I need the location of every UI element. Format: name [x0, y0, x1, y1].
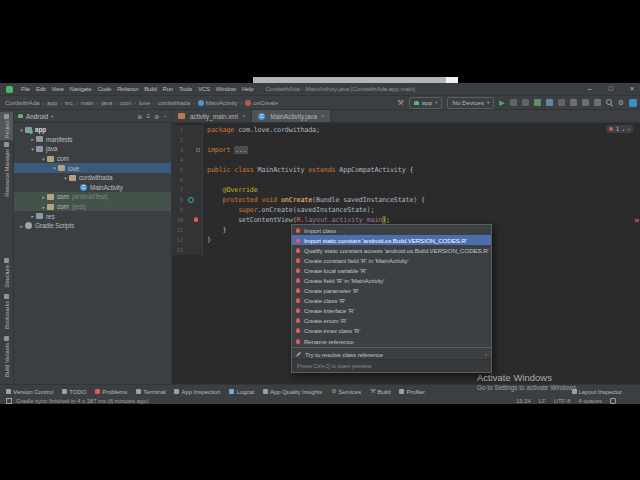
run-configuration[interactable]: app▾: [409, 97, 443, 109]
close-button[interactable]: ×: [630, 83, 634, 95]
tab-mainactivity-java[interactable]: CMainActivity.java×: [252, 110, 331, 122]
tool-window-button-version-control[interactable]: Version Control: [6, 388, 53, 395]
inspection-widget[interactable]: 1 ▴ ▾: [606, 125, 633, 133]
error-stripe-mark[interactable]: [635, 219, 639, 222]
settings-icon[interactable]: ⚙: [154, 113, 159, 120]
build-hammer-icon[interactable]: ⚒: [398, 99, 404, 107]
tab-activity-main-xml[interactable]: activity_main.xml×: [172, 110, 252, 122]
stripe-item-project[interactable]: Project: [0, 112, 13, 140]
search-everywhere-icon[interactable]: [606, 99, 613, 106]
breadcrumb-item-cordwithada[interactable]: cordwithada: [158, 99, 190, 106]
close-tab-icon[interactable]: ×: [242, 113, 246, 119]
menu-run[interactable]: Run: [162, 86, 174, 92]
status-segment-4-spaces[interactable]: 4 spaces: [578, 398, 602, 404]
tool-window-button-app-inspection[interactable]: App Inspection: [174, 388, 220, 395]
tree-item-mainactivity[interactable]: CMainActivity: [14, 183, 171, 193]
previous-error-icon[interactable]: ▴: [622, 127, 625, 132]
tool-window-button-logcat[interactable]: Logcat: [229, 388, 254, 395]
error-lightbulb-icon[interactable]: [194, 217, 198, 222]
tree-item-cordwithada[interactable]: ▾cordwithada: [14, 173, 171, 183]
tool-window-button-layout-inspector[interactable]: Layout Inspector: [572, 388, 622, 395]
fold-marker-icon[interactable]: [196, 148, 200, 152]
menu-refactor[interactable]: Refactor: [116, 86, 139, 92]
tool-window-button-app-quality-insights[interactable]: App Quality Insights: [263, 388, 322, 395]
tree-item-love[interactable]: ▾love: [14, 163, 171, 173]
popup-item-try-to-resolve-class-reference[interactable]: Try to resolve class reference›: [292, 349, 491, 359]
stripe-item-build-variants[interactable]: Build Variants: [0, 334, 13, 379]
expand-chevron-icon[interactable]: ▸: [40, 204, 47, 210]
expand-chevron-icon[interactable]: ▾: [40, 156, 47, 162]
expand-chevron-icon[interactable]: ▸: [29, 213, 36, 219]
breadcrumb-item-oncreate[interactable]: onCreate: [245, 99, 278, 106]
sdk-manager-icon[interactable]: [594, 99, 601, 106]
popup-item-create-constant-field-r-in-mainactivity-[interactable]: Create constant field 'R' in 'MainActivi…: [292, 255, 491, 265]
breadcrumb-item-src[interactable]: src: [65, 99, 73, 106]
menu-window[interactable]: Window: [215, 86, 237, 92]
tree-item-com[interactable]: ▾com: [14, 154, 171, 164]
tool-window-button-services[interactable]: ⚙Services: [331, 388, 361, 395]
expand-chevron-icon[interactable]: ▾: [51, 165, 58, 171]
locate-icon[interactable]: ⊕: [137, 113, 142, 120]
menu-build[interactable]: Build: [143, 86, 157, 92]
stripe-item-bookmarks[interactable]: Bookmarks: [0, 292, 13, 331]
popup-item-create-local-variable-r-[interactable]: Create local variable 'R': [292, 265, 491, 275]
tool-window-button-profiler[interactable]: Profiler: [399, 388, 425, 395]
stop-icon[interactable]: [558, 99, 565, 106]
breadcrumb-item-com[interactable]: com: [120, 99, 131, 106]
popup-item-create-interface-r-[interactable]: Create interface 'R': [292, 306, 491, 316]
popup-item-qualify-static-constant-access-android-os-build-version-codes-r-[interactable]: Qualify static constant access 'android.…: [292, 245, 491, 255]
breadcrumb-item-java[interactable]: java: [101, 99, 112, 106]
run-icon[interactable]: ▶: [499, 99, 504, 107]
menu-help[interactable]: Help: [241, 86, 255, 92]
tool-window-button-build[interactable]: ⚒Build: [370, 388, 390, 395]
breadcrumb-item-main[interactable]: main: [81, 99, 94, 106]
minimize-button[interactable]: –: [588, 83, 592, 95]
profile-icon[interactable]: [546, 99, 553, 106]
menu-edit[interactable]: Edit: [35, 86, 47, 92]
popup-item-create-enum-r-[interactable]: Create enum 'R': [292, 316, 491, 326]
tree-item-com-androidtest-[interactable]: ▸com(androidTest): [14, 192, 171, 202]
device-manager-icon[interactable]: [570, 99, 577, 106]
sync-project-icon[interactable]: [582, 99, 589, 106]
tool-window-button-todo[interactable]: TODO: [62, 388, 86, 395]
debug-icon[interactable]: [534, 99, 541, 106]
override-marker-icon[interactable]: [188, 197, 194, 203]
popup-item-create-field-r-in-mainactivity-[interactable]: Create field 'R' in 'MainActivity': [292, 275, 491, 285]
collapse-all-icon[interactable]: Ξ: [146, 113, 150, 120]
breadcrumb-item-app[interactable]: app: [47, 99, 57, 106]
tree-item-gradle-scripts[interactable]: ▸Gradle Scripts: [14, 221, 171, 231]
project-view-selector[interactable]: Android: [26, 113, 48, 120]
device-selector[interactable]: No Devices▾: [447, 97, 494, 109]
stripe-item-structure[interactable]: Structure: [0, 256, 13, 290]
tool-window-button-problems[interactable]: Problems: [95, 388, 127, 395]
menu-tools[interactable]: Tools: [178, 86, 193, 92]
menu-navigate[interactable]: Navigate: [69, 86, 93, 92]
breadcrumb-item-love[interactable]: love: [139, 99, 150, 106]
status-segment-15-24[interactable]: 15:24: [516, 398, 531, 404]
popup-item-rename-reference[interactable]: Rename reference: [292, 336, 491, 346]
popup-item-create-parameter-r-[interactable]: Create parameter 'R': [292, 286, 491, 296]
menu-view[interactable]: View: [50, 86, 64, 92]
status-segment-utf-8[interactable]: UTF-8: [554, 398, 571, 404]
popup-item-create-inner-class-r-[interactable]: Create inner class 'R': [292, 326, 491, 336]
tree-item-manifests[interactable]: ▸manifests: [14, 135, 171, 145]
expand-chevron-icon[interactable]: ▸: [29, 136, 36, 142]
tree-item-com-test-[interactable]: ▸com(test): [14, 202, 171, 212]
tree-item-app[interactable]: ▾app: [14, 125, 171, 135]
hide-icon[interactable]: −: [163, 113, 167, 120]
notifications-icon[interactable]: [629, 99, 637, 107]
tool-window-button-terminal[interactable]: Terminal: [136, 388, 165, 395]
menu-vcs[interactable]: VCS: [197, 86, 211, 92]
stripe-item-resource-manager[interactable]: Resource Manager: [0, 140, 13, 199]
breadcrumb-item-mainactivity[interactable]: MainActivity: [198, 99, 238, 106]
popup-item-import-static-constant-android-os-build-version-codes-r-[interactable]: Import static constant 'android.os.Build…: [292, 235, 491, 245]
apply-code-changes-icon[interactable]: [522, 99, 529, 106]
expand-chevron-icon[interactable]: ▸: [18, 223, 25, 229]
tree-item-res[interactable]: ▸res: [14, 211, 171, 221]
popup-item-import-class[interactable]: Import class: [292, 225, 491, 235]
tree-item-java[interactable]: ▾java: [14, 144, 171, 154]
expand-chevron-icon[interactable]: ▾: [29, 146, 36, 152]
maximize-button[interactable]: □: [609, 83, 613, 95]
menu-file[interactable]: File: [20, 86, 31, 92]
apply-changes-icon[interactable]: [510, 99, 517, 106]
